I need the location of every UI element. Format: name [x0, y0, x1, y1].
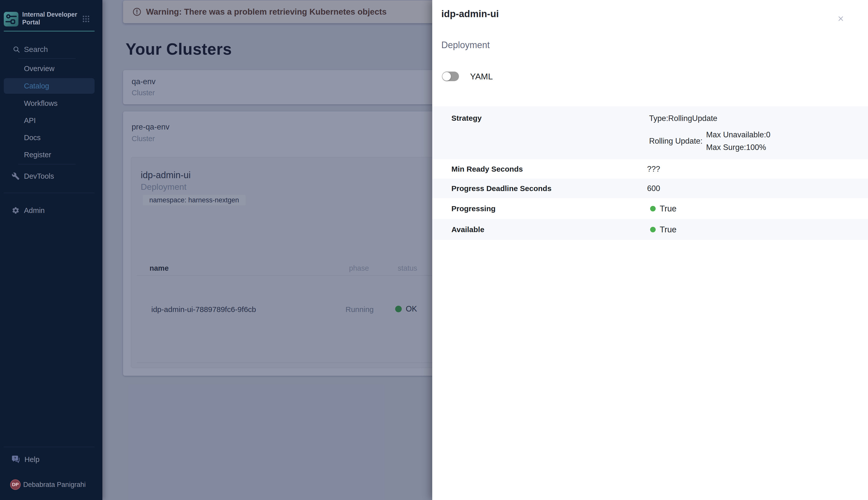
status-true-text: True	[660, 204, 677, 214]
gear-icon	[12, 206, 20, 215]
app-switcher-icon[interactable]	[82, 15, 90, 23]
status-true-text: True	[660, 225, 677, 234]
sidebar-item-label: Search	[24, 45, 48, 54]
row-min-ready-seconds: Min Ready Seconds ???	[432, 159, 868, 179]
sidebar-item-api[interactable]: API	[0, 113, 102, 128]
row-value: True	[646, 225, 677, 234]
max-unavailable-value: Max Unavailable:0	[706, 128, 770, 141]
row-strategy: Strategy Type:RollingUpdate Rolling Upda…	[432, 106, 868, 159]
brand-title: Internal Developer Portal	[22, 11, 80, 26]
close-icon	[837, 15, 844, 22]
sidebar: Internal Developer Portal Search Overvie…	[0, 0, 102, 500]
sidebar-item-label: Docs	[24, 134, 41, 142]
deployment-drawer: idp-admin-ui Deployment YAML Strategy Ty…	[432, 0, 868, 500]
row-label: Available	[452, 225, 485, 234]
deployment-detail-table: Strategy Type:RollingUpdate Rolling Upda…	[432, 106, 868, 240]
row-label: Min Ready Seconds	[452, 165, 523, 173]
sidebar-item-admin[interactable]: Admin	[0, 203, 102, 218]
sidebar-item-label: API	[24, 116, 36, 125]
row-label: Progress Deadline Seconds	[452, 184, 552, 193]
sidebar-item-overview[interactable]: Overview	[0, 61, 102, 76]
rolling-update-group: Rolling Update: Max Unavailable:0 Max Su…	[649, 128, 770, 154]
svg-text:?: ?	[14, 456, 16, 460]
strategy-type-value: Type:RollingUpdate	[649, 114, 717, 123]
row-progressing: Progressing True	[432, 198, 868, 219]
sidebar-accent-divider	[4, 31, 94, 32]
avatar[interactable]: DP	[10, 479, 21, 490]
toggle-track[interactable]	[442, 71, 459, 81]
row-value: True	[646, 204, 677, 214]
sidebar-divider	[4, 193, 94, 193]
close-button[interactable]	[835, 13, 847, 25]
sidebar-item-workflows[interactable]: Workflows	[0, 95, 102, 111]
row-label: Strategy	[452, 114, 482, 123]
sidebar-item-docs[interactable]: Docs	[0, 130, 102, 145]
wrench-icon	[12, 172, 20, 180]
row-value: 600	[647, 184, 660, 193]
sidebar-item-label: Overview	[24, 65, 55, 73]
harness-idp-logo	[4, 12, 19, 26]
sidebar-divider	[18, 58, 76, 59]
sidebar-item-help[interactable]: ? Help	[0, 452, 102, 467]
sidebar-item-label: Catalog	[24, 82, 49, 90]
status-true-dot	[650, 227, 656, 232]
sidebar-item-label: Help	[24, 455, 40, 464]
help-chat-icon: ?	[12, 455, 21, 464]
drawer-title: idp-admin-ui	[441, 9, 499, 20]
sidebar-item-catalog[interactable]: Catalog	[4, 78, 94, 94]
status-true-dot	[650, 206, 656, 212]
yaml-toggle[interactable]: YAML	[442, 71, 493, 82]
toggle-thumb[interactable]	[442, 72, 451, 81]
sidebar-item-label: Register	[24, 151, 51, 159]
sidebar-item-search[interactable]: Search	[0, 42, 102, 57]
sidebar-item-label: Admin	[24, 206, 45, 215]
row-label: Progressing	[452, 204, 496, 213]
sidebar-item-label: Workflows	[24, 99, 57, 107]
sidebar-item-label: DevTools	[24, 172, 54, 180]
row-value: ???	[647, 164, 660, 174]
row-progress-deadline-seconds: Progress Deadline Seconds 600	[432, 179, 868, 198]
row-available: Available True	[432, 219, 868, 240]
search-icon	[13, 46, 20, 53]
rolling-update-label: Rolling Update:	[649, 137, 703, 146]
max-surge-value: Max Surge:100%	[706, 141, 770, 154]
drawer-subtitle: Deployment	[441, 40, 490, 50]
sidebar-divider	[4, 447, 94, 447]
user-name[interactable]: Debabrata Panigrahi	[23, 481, 86, 489]
sidebar-item-devtools[interactable]: DevTools	[0, 168, 102, 184]
avatar-initials: DP	[12, 482, 19, 487]
yaml-toggle-label: YAML	[470, 71, 493, 81]
sidebar-item-register[interactable]: Register	[0, 147, 102, 162]
app-screen: Warning: There was a problem retrieving …	[0, 0, 868, 500]
